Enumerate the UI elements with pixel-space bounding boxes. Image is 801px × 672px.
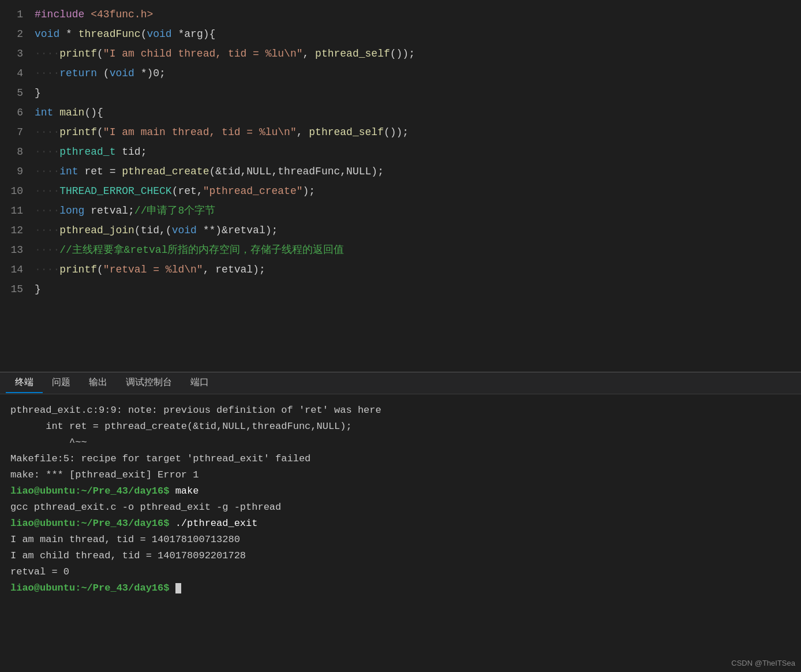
code-line: 7····printf("I am main thread, tid = %lu… <box>0 122 801 142</box>
line-number: 1 <box>0 5 35 24</box>
line-number: 11 <box>0 201 35 221</box>
code-line: 4····return (void *)0; <box>0 64 801 83</box>
code-line: 3····printf("I am child thread, tid = %l… <box>0 44 801 64</box>
terminal-line: Makefile:5: recipe for target 'pthread_e… <box>10 451 791 467</box>
terminal-line: liao@ubuntu:~/Pre_43/day16$ ./pthread_ex… <box>10 516 791 532</box>
line-number: 15 <box>0 279 35 299</box>
line-content: ····long retval;//申请了8个字节 <box>35 201 801 221</box>
line-content: ····return (void *)0; <box>35 64 801 83</box>
terminal-tab[interactable]: 调试控制台 <box>117 373 181 393</box>
code-line: 5} <box>0 83 801 103</box>
terminal-tab[interactable]: 端口 <box>181 373 218 393</box>
code-line: 2void * threadFunc(void *arg){ <box>0 24 801 44</box>
code-line: 8····pthread_t tid; <box>0 142 801 162</box>
terminal-command <box>169 583 175 593</box>
line-number: 5 <box>0 83 35 103</box>
line-number: 2 <box>0 24 35 44</box>
line-number: 6 <box>0 103 35 122</box>
terminal-tab[interactable]: 问题 <box>43 373 80 393</box>
line-number: 7 <box>0 122 35 142</box>
line-content: ····pthread_join(tid,(void **)&retval); <box>35 221 801 240</box>
line-content: ····printf("retval = %ld\n", retval); <box>35 260 801 279</box>
terminal-line: retval = 0 <box>10 564 791 580</box>
terminal-prompt: liao@ubuntu:~/Pre_43/day16$ <box>10 583 169 593</box>
code-line: 15} <box>0 279 801 299</box>
terminal-line: pthread_exit.c:9:9: note: previous defin… <box>10 402 791 419</box>
terminal-output[interactable]: pthread_exit.c:9:9: note: previous defin… <box>0 394 801 673</box>
code-line: 6int main(){ <box>0 103 801 122</box>
terminal-tab[interactable]: 输出 <box>80 373 117 393</box>
terminal-line: make: *** [pthread_exit] Error 1 <box>10 467 791 483</box>
code-line: 9····int ret = pthread_create(&tid,NULL,… <box>0 162 801 181</box>
terminal-cursor <box>175 583 181 593</box>
code-line: 10····THREAD_ERROR_CHECK(ret,"pthread_cr… <box>0 181 801 201</box>
terminal-line: I am child thread, tid = 140178092201728 <box>10 548 791 564</box>
line-content: ····int ret = pthread_create(&tid,NULL,t… <box>35 162 801 181</box>
terminal-prompt: liao@ubuntu:~/Pre_43/day16$ <box>10 486 169 496</box>
watermark: CSDN @TheITSea <box>731 659 795 667</box>
code-editor: 1#include <43func.h>2void * threadFunc(v… <box>0 0 801 372</box>
line-content: void * threadFunc(void *arg){ <box>35 24 801 44</box>
line-number: 13 <box>0 240 35 260</box>
line-content: ····THREAD_ERROR_CHECK(ret,"pthread_crea… <box>35 181 801 201</box>
line-number: 9 <box>0 162 35 181</box>
line-number: 8 <box>0 142 35 162</box>
terminal-command: ./pthread_exit <box>169 518 257 529</box>
terminal-line: liao@ubuntu:~/Pre_43/day16$ make <box>10 483 791 499</box>
line-number: 14 <box>0 260 35 279</box>
line-content: #include <43func.h> <box>35 5 801 24</box>
line-content: ····printf("I am child thread, tid = %lu… <box>35 44 801 64</box>
line-content: ····printf("I am main thread, tid = %lu\… <box>35 122 801 142</box>
line-number: 4 <box>0 64 35 83</box>
line-content: } <box>35 83 801 103</box>
terminal-line: liao@ubuntu:~/Pre_43/day16$ <box>10 580 791 596</box>
line-number: 12 <box>0 221 35 240</box>
terminal-line: I am main thread, tid = 140178100713280 <box>10 532 791 548</box>
line-number: 3 <box>0 44 35 64</box>
line-content: ····//主线程要拿&retval所指的内存空间，存储子线程的返回值 <box>35 240 801 260</box>
terminal-command: make <box>169 486 199 496</box>
line-content: } <box>35 279 801 299</box>
code-line: 11····long retval;//申请了8个字节 <box>0 201 801 221</box>
code-line: 12····pthread_join(tid,(void **)&retval)… <box>0 221 801 240</box>
code-line: 13····//主线程要拿&retval所指的内存空间，存储子线程的返回值 <box>0 240 801 260</box>
terminal-tabs: 终端问题输出调试控制台端口 <box>0 372 801 394</box>
terminal-line: ^~~ <box>10 435 791 451</box>
terminal-tab[interactable]: 终端 <box>6 373 43 393</box>
line-content: ····pthread_t tid; <box>35 142 801 162</box>
code-line: 1#include <43func.h> <box>0 5 801 24</box>
terminal-prompt: liao@ubuntu:~/Pre_43/day16$ <box>10 518 169 529</box>
line-number: 10 <box>0 181 35 201</box>
code-line: 14····printf("retval = %ld\n", retval); <box>0 260 801 279</box>
terminal-line: int ret = pthread_create(&tid,NULL,threa… <box>10 419 791 435</box>
terminal-line: gcc pthread_exit.c -o pthread_exit -g -p… <box>10 499 791 516</box>
line-content: int main(){ <box>35 103 801 122</box>
